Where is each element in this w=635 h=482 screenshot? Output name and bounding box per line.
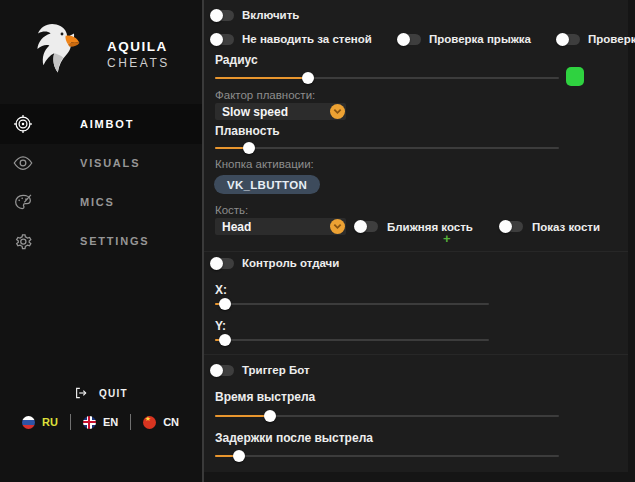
slider-track [215, 339, 489, 341]
russia-flag-icon [22, 416, 35, 429]
near-bone-label: Ближняя кость [387, 221, 473, 233]
smoothness-label: Плавность [215, 124, 280, 138]
jump-check-toggle[interactable] [398, 34, 421, 45]
radius-label: Радиус [215, 53, 258, 67]
bone-value: Head [222, 220, 251, 234]
enemy-jump-check-label: Проверка прыжка врага [588, 33, 635, 45]
sidebar: AQUILA CHEATS AIMBOT VISUALS [0, 0, 202, 482]
language-code: RU [42, 416, 58, 428]
sidebar-item-settings[interactable]: SETTINGS [0, 221, 202, 261]
sidebar-item-label: VISUALS [80, 157, 140, 169]
gear-icon [13, 231, 33, 251]
sidebar-item-label: SETTINGS [80, 235, 149, 247]
brand-subtitle: CHEATS [107, 56, 170, 70]
language-ru[interactable]: RU [22, 416, 58, 429]
aimbot-panel: Включить Не наводить за стеной Проверка … [204, 0, 628, 472]
radius-slider[interactable] [215, 72, 559, 84]
x-label: X: [215, 283, 227, 297]
target-icon [13, 114, 33, 134]
show-bone-toggle[interactable] [500, 221, 523, 232]
toggle-knob [499, 220, 512, 233]
slider-fill [215, 415, 270, 417]
smooth-factor-dropdown[interactable]: Slow speed [215, 103, 346, 120]
slider-thumb[interactable] [264, 410, 276, 422]
palette-icon [13, 192, 33, 212]
chevron-down-icon [330, 104, 345, 119]
y-label: Y: [215, 319, 226, 333]
activation-key-label: Кнопка активации: [215, 158, 314, 170]
language-code: EN [103, 416, 118, 428]
eagle-logo-icon [26, 16, 86, 82]
section-divider [204, 251, 628, 252]
brand-name: AQUILA [107, 39, 168, 54]
toggle-knob [210, 33, 223, 46]
divider [70, 414, 71, 430]
recoil-control-label: Контроль отдачи [242, 257, 339, 269]
slider-thumb[interactable] [219, 298, 231, 310]
slider-track [215, 303, 489, 305]
eye-icon [13, 153, 33, 173]
divider [130, 414, 131, 430]
enemy-jump-check-toggle[interactable] [557, 34, 580, 45]
bone-dropdown[interactable]: Head [215, 218, 346, 235]
toggle-knob [210, 257, 223, 270]
toggle-knob [354, 220, 367, 233]
slider-thumb[interactable] [233, 450, 245, 462]
enable-toggle[interactable] [211, 10, 234, 21]
sidebar-item-label: MICS [80, 196, 115, 208]
no-aim-behind-wall-label: Не наводить за стеной [242, 33, 372, 45]
shot-delay-label: Задержки после выстрела [215, 431, 373, 445]
shot-time-slider[interactable] [215, 410, 559, 422]
shot-time-label: Время выстрела [215, 390, 315, 404]
sidebar-item-mics[interactable]: MICS [0, 182, 202, 222]
logout-icon [74, 386, 88, 400]
toggle-knob [210, 364, 223, 377]
trigger-bot-label: Триггер Бот [242, 364, 310, 376]
uk-flag-icon [83, 416, 96, 429]
bone-label: Кость: [215, 204, 248, 216]
activation-key-button[interactable]: VK_LBUTTON [214, 175, 320, 194]
y-slider[interactable] [215, 334, 489, 346]
smooth-factor-label: Фактор плавности: [215, 89, 315, 101]
language-code: CN [163, 416, 179, 428]
language-switcher: RU EN CN [22, 414, 179, 430]
sidebar-item-label: AIMBOT [80, 118, 134, 130]
slider-thumb[interactable] [302, 72, 314, 84]
slider-fill [215, 77, 308, 79]
enable-toggle-label: Включить [242, 9, 299, 21]
slider-track [215, 455, 559, 457]
near-bone-toggle[interactable] [355, 221, 378, 232]
add-bone-button[interactable]: + [443, 232, 451, 245]
quit-button[interactable]: QUIT [74, 386, 128, 400]
language-en[interactable]: EN [83, 416, 118, 429]
shot-delay-slider[interactable] [215, 450, 559, 462]
trigger-bot-toggle[interactable] [211, 365, 234, 376]
smoothness-slider[interactable] [215, 142, 559, 154]
jump-check-label: Проверка прыжка [429, 33, 531, 45]
toggle-knob [397, 33, 410, 46]
smooth-factor-value: Slow speed [222, 105, 288, 119]
section-divider [204, 354, 628, 355]
china-flag-icon [143, 416, 156, 429]
sidebar-item-aimbot[interactable]: AIMBOT [0, 104, 202, 144]
slider-thumb[interactable] [219, 334, 231, 346]
chevron-down-icon [330, 219, 345, 234]
toggle-knob [556, 33, 569, 46]
toggle-knob [210, 9, 223, 22]
sidebar-item-visuals[interactable]: VISUALS [0, 143, 202, 183]
x-slider[interactable] [215, 298, 489, 310]
show-bone-label: Показ кости [532, 221, 600, 233]
no-aim-behind-wall-toggle[interactable] [211, 34, 234, 45]
language-cn[interactable]: CN [143, 416, 179, 429]
color-picker-button[interactable] [566, 67, 584, 86]
recoil-control-toggle[interactable] [211, 258, 234, 269]
slider-thumb[interactable] [243, 142, 255, 154]
slider-track [215, 147, 559, 149]
quit-label: QUIT [99, 388, 128, 399]
